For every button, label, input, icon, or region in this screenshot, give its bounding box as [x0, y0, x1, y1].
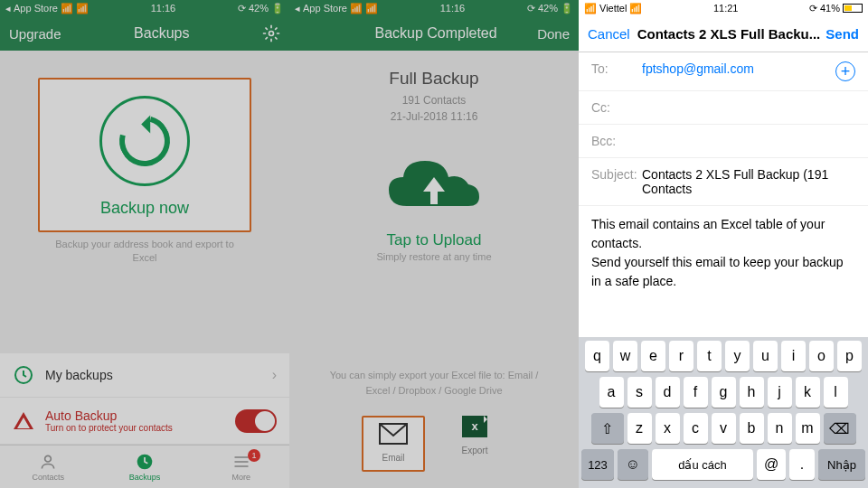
key-b[interactable]: b: [740, 413, 764, 444]
key-z[interactable]: z: [627, 413, 652, 444]
svg-rect-2: [23, 420, 24, 425]
screen-backups: ◂App Store📶📶 11:16 ⟳42%🔋 Upgrade Backups…: [0, 0, 289, 488]
my-backups-row[interactable]: My backups ›: [0, 353, 289, 398]
svg-rect-3: [23, 426, 24, 427]
tab-more[interactable]: 1 More: [193, 446, 289, 488]
tap-to-upload-label: Tap to Upload: [289, 231, 579, 249]
backup-now-label: Backup now: [40, 199, 250, 218]
to-field[interactable]: To: fptshop@gmail.com +: [579, 52, 868, 91]
badge: 1: [248, 449, 260, 462]
key-w[interactable]: w: [613, 341, 637, 371]
nav-bar: Cancel Contacts 2 XLS Full Backu... Send: [579, 16, 868, 52]
key-space[interactable]: dấu cách: [652, 449, 753, 480]
warning-icon: [13, 410, 34, 432]
email-body[interactable]: This email contains an Excel table of yo…: [579, 206, 868, 300]
export-button[interactable]: x Export: [443, 416, 506, 472]
key-at[interactable]: @: [757, 449, 786, 480]
bcc-field[interactable]: Bcc:: [579, 125, 868, 158]
key-shift[interactable]: ⇧: [591, 413, 624, 444]
cancel-button[interactable]: Cancel: [588, 26, 630, 42]
screen-backup-completed: ◂App Store📶📶 11:16 ⟳42%🔋 Backup Complete…: [289, 0, 579, 488]
key-f[interactable]: f: [684, 377, 708, 408]
done-button[interactable]: Done: [537, 26, 570, 42]
svg-point-0: [269, 32, 273, 36]
backup-ring-icon: [99, 96, 190, 186]
key-e[interactable]: e: [641, 341, 665, 371]
envelope-icon: [379, 423, 408, 445]
key-s[interactable]: s: [627, 377, 652, 408]
email-export-button[interactable]: Email: [362, 416, 425, 472]
person-icon: [39, 453, 57, 471]
key-q[interactable]: q: [585, 341, 609, 371]
status-bar: ◂App Store📶📶 11:16 ⟳42%🔋: [0, 0, 289, 16]
key-123[interactable]: 123: [581, 449, 614, 480]
keyboard: qwertyuiop asdfghjkl ⇧ zxcvbnm ⌫ 123 ☺ d…: [579, 337, 868, 488]
clock-icon: [136, 453, 154, 471]
chevron-right-icon: ›: [272, 367, 277, 383]
cc-field[interactable]: Cc:: [579, 91, 868, 125]
key-n[interactable]: n: [768, 413, 792, 444]
excel-icon: x: [462, 416, 487, 437]
key-u[interactable]: u: [753, 341, 778, 371]
gear-icon[interactable]: [262, 24, 280, 42]
key-dot[interactable]: .: [789, 449, 815, 480]
page-title: Backup Completed: [374, 25, 496, 42]
key-g[interactable]: g: [712, 377, 736, 408]
backup-now-card[interactable]: Backup now: [38, 78, 251, 232]
key-o[interactable]: o: [809, 341, 834, 371]
key-i[interactable]: i: [781, 341, 806, 371]
nav-bar: Backup Completed Done: [289, 16, 579, 51]
key-l[interactable]: l: [824, 377, 848, 408]
add-contact-icon[interactable]: +: [835, 61, 855, 81]
key-x[interactable]: x: [656, 413, 680, 444]
page-title: Backups: [134, 25, 189, 42]
tab-contacts[interactable]: Contacts: [0, 446, 97, 488]
send-button[interactable]: Send: [826, 26, 859, 42]
key-d[interactable]: d: [656, 377, 680, 408]
key-y[interactable]: y: [725, 341, 750, 371]
nav-bar: Upgrade Backups: [0, 16, 289, 51]
auto-backup-row[interactable]: Auto Backup Turn on to protect your cont…: [0, 398, 289, 445]
subject-field[interactable]: Subject: Contacts 2 XLS Full Backup (191…: [579, 158, 868, 206]
svg-point-4: [45, 455, 52, 462]
compose-title: Contacts 2 XLS Full Backu...: [637, 26, 826, 42]
key-j[interactable]: j: [768, 377, 792, 408]
backup-subtitle: Backup your address book and export to E…: [0, 238, 289, 266]
key-a[interactable]: a: [599, 377, 624, 408]
auto-backup-toggle[interactable]: [235, 409, 277, 433]
key-enter[interactable]: Nhập: [818, 449, 865, 480]
screen-compose-email: 📶Viettel📶 11:21 ⟳41% Cancel Contacts 2 X…: [579, 0, 868, 488]
key-v[interactable]: v: [712, 413, 736, 444]
key-backspace[interactable]: ⌫: [824, 413, 856, 444]
key-emoji[interactable]: ☺: [618, 449, 648, 480]
key-r[interactable]: r: [669, 341, 693, 371]
history-icon: [13, 364, 34, 386]
tab-backups[interactable]: Backups: [97, 446, 193, 488]
upgrade-button[interactable]: Upgrade: [9, 26, 61, 42]
key-k[interactable]: k: [796, 377, 820, 408]
key-t[interactable]: t: [697, 341, 722, 371]
key-h[interactable]: h: [740, 377, 764, 408]
key-p[interactable]: p: [837, 341, 862, 371]
key-m[interactable]: m: [796, 413, 820, 444]
status-bar: ◂App Store📶📶 11:16 ⟳42%🔋: [289, 0, 579, 16]
tab-bar: Contacts Backups 1 More: [0, 445, 289, 488]
key-c[interactable]: c: [684, 413, 708, 444]
full-backup-title: Full Backup: [289, 69, 579, 89]
status-bar: 📶Viettel📶 11:21 ⟳41%: [579, 0, 868, 16]
export-instructions: You can simply export your Excel file to…: [289, 368, 579, 398]
cloud-upload-icon[interactable]: [380, 152, 488, 224]
